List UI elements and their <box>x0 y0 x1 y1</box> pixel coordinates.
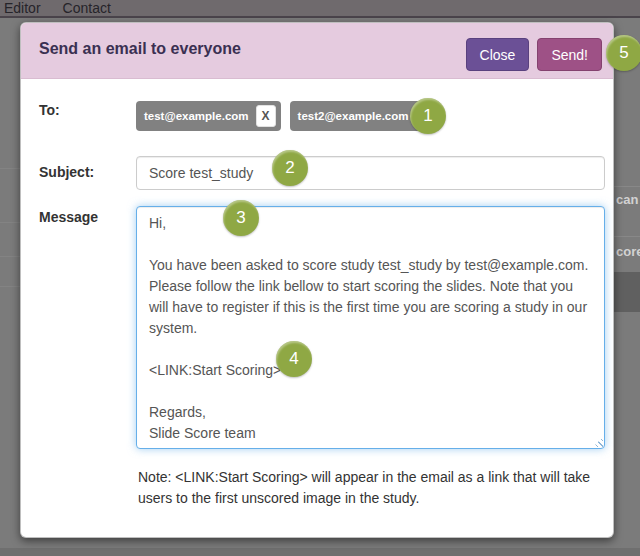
annotation-badge-2: 2 <box>272 150 308 186</box>
background-row-divider <box>0 168 20 169</box>
send-button[interactable]: Send! <box>537 38 602 71</box>
subject-input[interactable] <box>136 156 605 190</box>
annotation-badge-5: 5 <box>606 35 640 71</box>
background-row-divider <box>614 186 640 187</box>
background-text-fragment: can <box>616 192 640 207</box>
nav-item-editor[interactable]: Editor <box>4 0 41 17</box>
modal-header-buttons: Close Send! <box>466 38 602 71</box>
background-navbar: Editor Contact <box>0 0 640 18</box>
nav-item-contact[interactable]: Contact <box>63 0 111 17</box>
background-text-fragment: core <box>616 244 640 259</box>
recipient-email: test2@example.com <box>298 110 409 122</box>
background-dark-block <box>614 272 640 312</box>
modal-title: Send an email to everyone <box>39 40 241 58</box>
background-footer-strip <box>0 548 640 556</box>
link-note: Note: <LINK:Start Scoring> will appear i… <box>138 467 616 509</box>
modal-header: Send an email to everyone Close Send! <box>21 23 613 79</box>
recipient-tag: test@example.com X <box>136 101 281 131</box>
message-textarea[interactable]: Hi, You have been asked to score study t… <box>136 206 605 449</box>
background-row-divider <box>0 256 20 257</box>
to-label: To: <box>39 102 60 118</box>
recipient-email: test@example.com <box>144 110 249 122</box>
remove-recipient-button[interactable]: X <box>256 105 276 127</box>
send-email-modal: Send an email to everyone Close Send! To… <box>20 22 614 538</box>
recipient-tags: test@example.com X test2@example.com X <box>136 101 440 131</box>
annotation-badge-4: 4 <box>276 341 312 377</box>
close-button[interactable]: Close <box>466 38 530 71</box>
background-row-divider <box>0 286 20 287</box>
annotation-badge-1: 1 <box>410 98 446 134</box>
background-row-divider <box>614 236 640 237</box>
subject-label: Subject: <box>39 164 94 180</box>
background-row-divider <box>0 222 20 223</box>
message-label: Message <box>39 209 98 225</box>
annotation-badge-3: 3 <box>223 200 259 236</box>
